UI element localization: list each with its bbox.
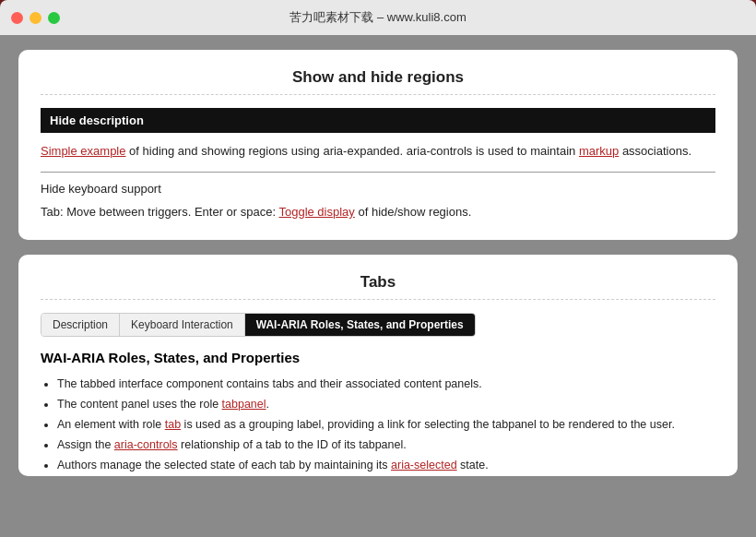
tab-wai-aria[interactable]: WAI-ARIA Roles, States, and Properties (245, 314, 475, 336)
markup-link[interactable]: markup (579, 144, 619, 158)
body-paragraph: Simple example of hiding and showing reg… (41, 142, 715, 161)
tabs-navigation: Description Keyboard Interaction WAI-ARI… (41, 313, 476, 337)
tab-keyboard-interaction[interactable]: Keyboard Interaction (120, 314, 245, 336)
show-hide-card: Show and hide regions Hide description S… (18, 50, 738, 240)
hide-description-bar[interactable]: Hide description (41, 108, 715, 133)
body-text-2: associations. (619, 144, 691, 158)
body-text-1: of hiding and showing regions using aria… (126, 144, 579, 158)
list-item: An element with role tab is used as a gr… (57, 415, 715, 434)
divider (41, 172, 715, 173)
list-item: Assign the aria-controls relationship of… (57, 436, 715, 454)
tab-content-title: WAI-ARIA Roles, States, and Properties (41, 350, 715, 365)
traffic-lights (11, 12, 60, 24)
wai-aria-list: The tabbed interface component contains … (41, 375, 715, 476)
list-item: Authors manage the selected state of eac… (57, 456, 715, 474)
tabs-card: Tabs Description Keyboard Interaction WA… (18, 255, 738, 476)
keyboard-support-label: Hide keyboard support (41, 180, 715, 198)
window-title: 苦力吧素材下载 – www.kuli8.com (289, 9, 466, 26)
browser-content: Show and hide regions Hide description S… (0, 35, 756, 537)
tab-content-panel: WAI-ARIA Roles, States, and Properties T… (41, 350, 715, 476)
title-bar: 苦力吧素材下载 – www.kuli8.com (0, 0, 756, 35)
keyboard-text-2: of hide/show regions. (355, 205, 471, 219)
card-body-top: Simple example of hiding and showing reg… (41, 142, 715, 221)
aria-controls-link[interactable]: aria-controls (114, 438, 178, 451)
tabpanel-link[interactable]: tabpanel (222, 398, 266, 411)
toggle-display-link[interactable]: Toggle display (278, 205, 354, 219)
simple-example-link[interactable]: Simple example (41, 144, 126, 158)
close-button[interactable] (11, 12, 23, 24)
keyboard-text: Tab: Move between triggers. Enter or spa… (41, 203, 715, 221)
minimize-button[interactable] (30, 12, 41, 24)
tab-link-1[interactable]: tab (165, 418, 181, 431)
show-hide-title: Show and hide regions (41, 68, 715, 95)
keyboard-text-1: Tab: Move between triggers. Enter or spa… (41, 205, 278, 219)
tab-description[interactable]: Description (41, 314, 120, 336)
aria-selected-link[interactable]: aria-selected (391, 459, 457, 471)
tabs-title: Tabs (41, 273, 715, 300)
list-item: The tabbed interface component contains … (57, 375, 715, 393)
maximize-button[interactable] (48, 12, 60, 24)
list-item: The content panel uses the role tabpanel… (57, 395, 715, 413)
